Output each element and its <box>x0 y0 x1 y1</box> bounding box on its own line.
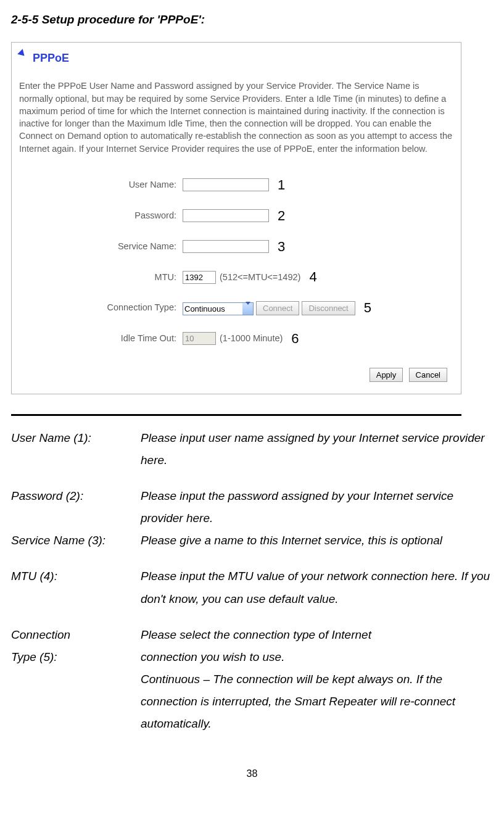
def-desc: Continuous – The connection will be kept… <box>141 668 493 735</box>
label-connection-type: Connection Type: <box>19 299 183 317</box>
def-term: Service Name (3): <box>11 529 141 552</box>
label-service-name: Service Name: <box>19 238 183 255</box>
connect-button: Connect <box>256 301 299 315</box>
apply-button[interactable]: Apply <box>370 368 403 382</box>
def-desc: connection you wish to use. <box>141 646 493 668</box>
label-username: User Name: <box>19 176 183 194</box>
separator <box>11 414 461 416</box>
cancel-button[interactable]: Cancel <box>409 368 447 382</box>
annot-6: 6 <box>291 326 299 352</box>
label-mtu: MTU: <box>19 269 183 286</box>
def-desc: Please input the password assigned by yo… <box>141 485 493 529</box>
row-connection-type: Connection Type: Continuous Connect Disc… <box>19 295 453 321</box>
row-mtu: MTU: (512<=MTU<=1492) 4 <box>19 264 453 290</box>
def-term: MTU (4): <box>11 565 141 610</box>
page-number: 38 <box>11 765 493 783</box>
pppoe-panel: PPPoE Enter the PPPoE User Name and Pass… <box>11 42 461 394</box>
def-term: Type (5): <box>11 646 141 668</box>
def-term: Connection <box>11 624 141 646</box>
def-desc: Please select the connection type of Int… <box>141 624 493 646</box>
label-idle-timeout: Idle Time Out: <box>19 330 183 347</box>
annot-3: 3 <box>278 234 285 260</box>
panel-heading: PPPoE <box>19 48 453 68</box>
def-term: Password (2): <box>11 485 141 529</box>
annot-1: 1 <box>278 172 285 198</box>
section-title: 2-5-5 Setup procedure for 'PPPoE': <box>11 9 493 31</box>
username-input[interactable] <box>183 178 269 191</box>
annot-4: 4 <box>309 264 316 290</box>
def-desc: Please give a name to this Internet serv… <box>141 529 493 552</box>
panel-description: Enter the PPPoE User Name and Password a… <box>19 80 453 155</box>
password-input[interactable] <box>183 209 269 222</box>
connection-type-select[interactable]: Continuous <box>183 302 254 315</box>
def-desc: Please input the MTU value of your netwo… <box>141 565 493 610</box>
annot-5: 5 <box>364 295 371 321</box>
row-service-name: Service Name: 3 <box>19 234 453 260</box>
service-name-input[interactable] <box>183 240 269 253</box>
def-term <box>11 668 141 735</box>
idle-hint: (1-1000 Minute) <box>220 330 283 347</box>
definitions: User Name (1): Please input user name as… <box>11 427 493 735</box>
mtu-input[interactable] <box>183 271 216 284</box>
row-username: User Name: 1 <box>19 172 453 198</box>
annot-2: 2 <box>278 203 285 229</box>
def-term: User Name (1): <box>11 427 141 471</box>
disconnect-button: Disconnect <box>302 301 355 315</box>
def-desc: Please input user name assigned by your … <box>141 427 493 471</box>
mtu-hint: (512<=MTU<=1492) <box>220 269 300 286</box>
panel-button-row: Apply Cancel <box>19 363 453 385</box>
row-idle-timeout: Idle Time Out: (1-1000 Minute) 6 <box>19 326 453 352</box>
row-password: Password: 2 <box>19 203 453 229</box>
idle-timeout-input <box>183 332 216 345</box>
label-password: Password: <box>19 207 183 225</box>
